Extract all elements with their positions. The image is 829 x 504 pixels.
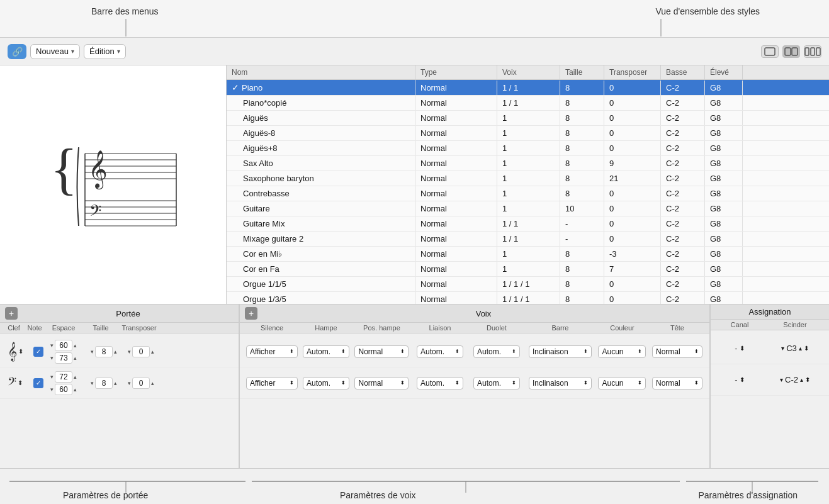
row-eleve-4: G8 (705, 141, 743, 155)
bass-espace2-val: 60 (55, 384, 72, 395)
table-row[interactable]: Contrebasse Normal180C-2G8 (227, 186, 829, 201)
table-row[interactable]: Guitare Mix Normal1 / 1-0C-2G8 (227, 216, 829, 232)
table-row[interactable]: Aiguës Normal180C-2G8 (227, 111, 829, 126)
table-row[interactable]: Piano*copié Normal1 / 180C-2G8 (227, 96, 829, 111)
assign2-canal-dash: - (735, 375, 737, 384)
voix2-tete-dropdown[interactable]: Normal ⬍ (652, 377, 702, 389)
assign1-canal-arrows[interactable]: ⬍ (740, 345, 745, 352)
nouveau-dropdown[interactable]: Nouveau ▾ (30, 44, 80, 59)
assign1-scinder-up[interactable]: ▴ (799, 345, 802, 352)
voix1-barre-dropdown[interactable]: Inclinaison ⬍ (529, 345, 592, 358)
bass-clef-cell[interactable]: 𝄢 ⬍ (4, 375, 26, 391)
bass-transposer-down[interactable]: ▾ (128, 380, 131, 386)
voix1-hampe-dropdown[interactable]: Autom. ⬍ (303, 345, 349, 358)
voix1-silence-dropdown[interactable]: Afficher ⬍ (246, 345, 298, 358)
voix1-couleur-dropdown[interactable]: Aucun ⬍ (598, 345, 646, 358)
row-name-11: Cor en Mi♭ (227, 247, 415, 261)
treble-taille-down[interactable]: ▾ (91, 349, 94, 355)
row-check-0: ✓ (232, 82, 239, 92)
treble-note-cell: ✓ (29, 347, 48, 357)
voix1-tete-cell: Normal ⬍ (649, 345, 706, 358)
treble-espace2-down[interactable]: ▾ (50, 355, 54, 361)
table-row[interactable]: Mixage guitare 2 Normal1 / 1-0C-2G8 (227, 232, 829, 247)
treble-espace1-up[interactable]: ▴ (74, 342, 77, 349)
bass-taille-down[interactable]: ▾ (91, 380, 94, 386)
bass-espace-cell: ▾ 72 ▴ ▾ 60 ▴ (50, 371, 88, 395)
treble-espace1-down[interactable]: ▾ (50, 342, 54, 349)
table-row[interactable]: Saxophone baryton Normal1821C-2G8 (227, 171, 829, 186)
bass-espace1-up[interactable]: ▴ (74, 374, 77, 380)
bass-clef-arrows[interactable]: ⬍ (18, 379, 23, 386)
bass-espace2-down[interactable]: ▾ (50, 386, 54, 393)
link-button[interactable]: 🔗 (8, 44, 26, 59)
bass-taille-up[interactable]: ▴ (114, 380, 117, 386)
row-transposer-6: 21 (604, 171, 661, 186)
row-type-6: Normal (415, 171, 497, 186)
table-row[interactable]: Orgue 1/3/5 Normal1 / 1 / 180C-2G8 (227, 292, 829, 304)
voix2-couleur-dropdown[interactable]: Aucun ⬍ (598, 377, 646, 389)
view-btn-single[interactable] (761, 45, 779, 58)
row-name-text-2: Aiguës (243, 113, 268, 123)
row-eleve-8: G8 (705, 201, 743, 216)
row-basse-6: C-2 (661, 171, 705, 186)
voix1-duolet-dropdown[interactable]: Autom. ⬍ (473, 345, 520, 358)
treble-transposer-down[interactable]: ▾ (128, 349, 131, 355)
voix2-liaison-dropdown[interactable]: Autom. ⬍ (417, 377, 463, 389)
assign2-scinder-down[interactable]: ▾ (780, 376, 783, 383)
table-row[interactable]: Aiguës-8 Normal180C-2G8 (227, 126, 829, 141)
bass-espace2-up[interactable]: ▴ (74, 386, 77, 393)
voix2-silence-arr: ⬍ (290, 380, 294, 386)
edition-dropdown[interactable]: Édition ▾ (84, 44, 126, 59)
table-row[interactable]: Guitare Normal1100C-2G8 (227, 201, 829, 216)
instrument-list[interactable]: Nom Type Voix Taille Transposer Basse Él… (227, 65, 829, 304)
portee-add-button[interactable]: + (5, 307, 18, 320)
voix1-pos-hampe-dropdown[interactable]: Normal ⬍ (354, 345, 409, 358)
table-row[interactable]: Cor en Mi♭ Normal18-3C-2G8 (227, 247, 829, 262)
table-row[interactable]: ✓ Piano Normal1 / 180C-2G8 (227, 80, 829, 96)
voix2-silence-dropdown[interactable]: Afficher ⬍ (246, 377, 298, 389)
voix1-silence-val: Afficher (250, 347, 275, 356)
view-btn-double[interactable] (782, 45, 800, 58)
treble-taille-up[interactable]: ▴ (114, 349, 117, 355)
assign2-scinder-arrows[interactable]: ⬍ (805, 376, 810, 383)
view-controls (761, 45, 821, 58)
row-name-1: Piano*copié (227, 96, 415, 110)
voix1-tete-dropdown[interactable]: Normal ⬍ (652, 345, 702, 358)
treble-note-checkbox[interactable]: ✓ (33, 347, 43, 357)
svg-text:{: { (50, 138, 77, 200)
treble-clef-cell[interactable]: 𝄞 ⬍ (4, 342, 26, 361)
row-type-2: Normal (415, 111, 497, 125)
treble-transposer-up[interactable]: ▴ (151, 349, 154, 355)
treble-espace2-up[interactable]: ▴ (74, 355, 77, 361)
treble-clef-arrows[interactable]: ⬍ (18, 348, 23, 355)
voix-add-button[interactable]: + (245, 307, 257, 320)
assign1-scinder-arrows[interactable]: ⬍ (804, 345, 809, 352)
voix2-pos-hampe-val: Normal (358, 379, 383, 388)
row-name-3: Aiguës-8 (227, 126, 415, 140)
voix1-pos-hampe-cell: Normal ⬍ (352, 345, 412, 358)
bass-note-checkbox[interactable]: ✓ (33, 378, 43, 388)
row-basse-14: C-2 (661, 292, 705, 304)
voix1-liaison-dropdown[interactable]: Autom. ⬍ (417, 345, 463, 358)
row-type-14: Normal (415, 292, 497, 304)
row-type-10: Normal (415, 232, 497, 246)
voix2-pos-hampe-dropdown[interactable]: Normal ⬍ (354, 377, 409, 389)
assign2-canal-arrows[interactable]: ⬍ (740, 376, 745, 383)
row-name-text-6: Saxophone baryton (243, 174, 314, 183)
bass-transposer-up[interactable]: ▴ (151, 380, 154, 386)
row-basse-3: C-2 (661, 126, 705, 140)
table-row[interactable]: Sax Alto Normal189C-2G8 (227, 156, 829, 171)
bass-espace1-down[interactable]: ▾ (50, 374, 54, 380)
treble-espace1-val: 60 (55, 340, 72, 351)
table-row[interactable]: Orgue 1/1/5 Normal1 / 1 / 180C-2G8 (227, 277, 829, 292)
assign1-scinder-down[interactable]: ▾ (781, 345, 784, 352)
assign2-scinder-up[interactable]: ▴ (800, 376, 803, 383)
voix2-barre-dropdown[interactable]: Inclinaison ⬍ (529, 377, 592, 389)
voix2-hampe-dropdown[interactable]: Autom. ⬍ (303, 377, 349, 389)
view-btn-triple[interactable] (804, 45, 821, 58)
voix2-duolet-dropdown[interactable]: Autom. ⬍ (473, 377, 520, 389)
assign1-scinder-cell: ▾ C3 ▴ ⬍ (765, 344, 825, 353)
table-row[interactable]: Aiguës+8 Normal180C-2G8 (227, 141, 829, 156)
table-row[interactable]: Cor en Fa Normal187C-2G8 (227, 262, 829, 277)
row-eleve-3: G8 (705, 126, 743, 140)
